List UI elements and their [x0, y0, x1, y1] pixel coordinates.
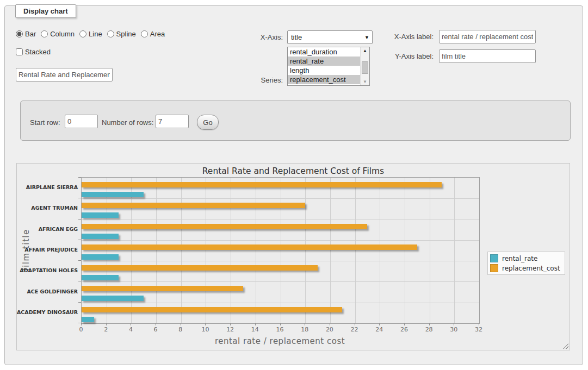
scroll-down-icon[interactable]: ▼: [361, 78, 369, 85]
tick-mark: [78, 240, 81, 240]
start-row-label: Start row:: [30, 118, 60, 127]
gridline: [181, 178, 182, 323]
chart-type-bar[interactable]: Bar: [16, 30, 36, 38]
category-label: AFFAIR PREJUDICE: [17, 247, 78, 253]
chart-type-group: Bar Column Line Spline Area: [16, 30, 165, 38]
x-tick-label: 14: [251, 326, 259, 333]
chart-type-spline[interactable]: Spline: [107, 30, 136, 38]
chart-type-spline-label: Spline: [116, 30, 136, 38]
x-axis-label-input[interactable]: [439, 30, 536, 43]
tick-mark: [230, 323, 231, 325]
tick-mark: [106, 323, 107, 325]
x-tick-label: 22: [351, 326, 358, 333]
tick-mark: [181, 323, 181, 325]
tick-mark: [255, 323, 256, 325]
tick-mark: [78, 260, 81, 261]
tick-mark: [78, 198, 81, 198]
y-axis-label-input[interactable]: [439, 49, 536, 63]
tick-mark: [205, 323, 206, 325]
scrollbar-thumb[interactable]: [362, 61, 368, 74]
gridline: [380, 178, 380, 323]
series-scrollbar[interactable]: ▲ ▼: [360, 47, 369, 85]
gridline: [82, 261, 479, 261]
start-row-input[interactable]: [65, 115, 98, 128]
bar-replacement_cost: [82, 244, 417, 250]
bar-rental_rate: [82, 296, 144, 301]
chart-type-column-label: Column: [50, 30, 75, 38]
chart-type-column-radio[interactable]: [41, 30, 48, 37]
tick-mark: [454, 323, 454, 325]
gridline: [82, 303, 479, 303]
series-option-rental_rate[interactable]: rental_rate: [288, 57, 360, 66]
tick-mark: [429, 323, 430, 325]
gridline: [131, 178, 132, 323]
bar-rental_rate: [82, 234, 119, 239]
gridline: [256, 178, 256, 323]
tick-mark: [330, 323, 330, 325]
legend-label: rental_rate: [502, 255, 537, 262]
series-option-rental_duration[interactable]: rental_duration: [288, 47, 360, 57]
x-tick-label: 18: [301, 326, 308, 333]
chart-title: Rental Rate and Replacement Cost of Film…: [17, 166, 570, 176]
tick-mark: [78, 302, 81, 303]
x-axis-select[interactable]: title ▼: [287, 30, 373, 44]
bar-replacement_cost: [82, 224, 367, 229]
category-label: AFRICAN EGG: [17, 226, 78, 232]
chart-type-line-label: Line: [89, 30, 102, 38]
x-tick-label: 24: [375, 326, 383, 333]
tick-mark: [379, 323, 380, 325]
chart-type-line[interactable]: Line: [79, 30, 102, 38]
category-label: AIRPLANE SIERRA: [17, 184, 78, 190]
gridline: [82, 281, 479, 282]
x-tick-label: 2: [104, 326, 108, 333]
resize-handle-icon[interactable]: [563, 343, 568, 349]
gridline: [206, 178, 206, 323]
chart-title-input[interactable]: [16, 68, 113, 81]
bar-rental_rate: [82, 275, 119, 280]
x-axis-title: rental rate / replacement cost: [81, 336, 479, 346]
replacement_cost-swatch-icon: [490, 264, 498, 272]
gridline: [82, 240, 479, 241]
tick-mark: [81, 323, 82, 325]
tick-mark: [78, 177, 81, 178]
chart-type-spline-radio[interactable]: [107, 30, 114, 37]
tick-mark: [355, 323, 355, 325]
chart-type-bar-radio[interactable]: [16, 30, 23, 37]
chart-type-area[interactable]: Area: [141, 30, 165, 38]
gridline: [82, 198, 479, 199]
x-tick-label: 12: [226, 326, 234, 333]
chart-type-line-radio[interactable]: [79, 30, 86, 37]
num-rows-input[interactable]: [156, 115, 189, 128]
series-listbox[interactable]: rental_durationrental_ratelengthreplacem…: [287, 47, 370, 86]
stacked-checkbox[interactable]: [16, 48, 23, 55]
chart-type-area-label: Area: [150, 30, 165, 38]
bar-replacement_cost: [82, 182, 442, 187]
gridline: [281, 178, 281, 323]
chart-type-bar-label: Bar: [25, 30, 36, 38]
tick-mark: [156, 323, 156, 325]
x-tick-label: 30: [450, 326, 457, 333]
stacked-option[interactable]: Stacked: [16, 48, 51, 56]
go-button[interactable]: Go: [197, 115, 219, 130]
x-tick-label: 32: [475, 326, 482, 333]
series-option-replacement_cost[interactable]: replacement_cost: [288, 75, 360, 84]
category-label: ADAPTATION HOLES: [17, 267, 78, 273]
x-tick-label: 0: [79, 326, 83, 333]
category-labels: AIRPLANE SIERRAAGENT TRUMANAFRICAN EGGAF…: [17, 177, 78, 323]
series-option-length[interactable]: length: [288, 66, 360, 75]
tick-mark: [280, 323, 281, 325]
chart-type-column[interactable]: Column: [41, 30, 75, 38]
chart-legend: rental_ratereplacement_cost: [487, 252, 565, 275]
legend-item-replacement_cost: replacement_cost: [490, 264, 560, 272]
x-tick-label: 6: [154, 326, 158, 333]
series-options: rental_durationrental_ratelengthreplacem…: [288, 47, 360, 85]
gridline: [107, 178, 107, 323]
x-axis-label-label: X-Axis label:: [383, 33, 434, 41]
scroll-up-icon[interactable]: ▲: [361, 47, 369, 54]
bar-replacement_cost: [82, 286, 243, 291]
fieldset-legend-label: Display chart: [23, 7, 68, 15]
gridline: [430, 178, 430, 323]
chart-type-area-radio[interactable]: [141, 30, 148, 37]
gridline: [156, 178, 157, 323]
gridline: [231, 178, 231, 323]
